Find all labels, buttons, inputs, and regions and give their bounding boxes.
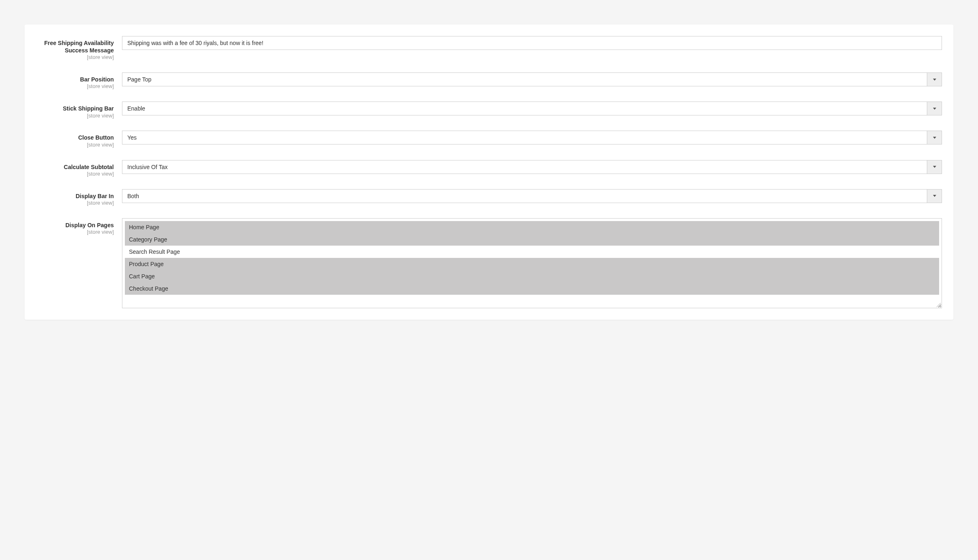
label-col: Close Button [store view]	[36, 131, 122, 148]
dropdown-toggle[interactable]	[927, 190, 942, 203]
field-close-button: Close Button [store view] Yes	[36, 131, 942, 148]
scope-hint: [store view]	[36, 200, 114, 207]
close-button-select[interactable]: Yes	[122, 131, 942, 145]
multiselect-option[interactable]: Cart Page	[125, 270, 939, 282]
label-col: Calculate Subtotal [store view]	[36, 160, 122, 178]
control-col	[122, 36, 942, 50]
display-bar-in-select[interactable]: Both	[122, 189, 942, 203]
svg-line-1	[938, 305, 941, 307]
display-on-pages-multiselect[interactable]: Home PageCategory PageSearch Result Page…	[122, 218, 942, 308]
multiselect-option[interactable]: Search Result Page	[125, 246, 939, 258]
select-value: Both	[122, 190, 927, 203]
scope-hint: [store view]	[36, 171, 114, 178]
dropdown-toggle[interactable]	[927, 102, 942, 115]
control-col: Both	[122, 189, 942, 203]
caret-down-icon	[933, 195, 936, 197]
label-col: Stick Shipping Bar [store view]	[36, 102, 122, 119]
label-stick-bar: Stick Shipping Bar	[36, 105, 114, 112]
svg-line-2	[940, 306, 941, 307]
field-success-message: Free Shipping Availability Success Messa…	[36, 36, 942, 61]
label-calc-subtotal: Calculate Subtotal	[36, 163, 114, 171]
resize-handle-icon	[937, 303, 941, 307]
label-success-message: Free Shipping Availability Success Messa…	[36, 39, 114, 54]
select-value: Inclusive Of Tax	[122, 160, 927, 174]
label-close-button: Close Button	[36, 134, 114, 141]
stick-bar-select[interactable]: Enable	[122, 102, 942, 115]
field-calc-subtotal: Calculate Subtotal [store view] Inclusiv…	[36, 160, 942, 178]
label-col: Free Shipping Availability Success Messa…	[36, 36, 122, 61]
multiselect-option[interactable]: Checkout Page	[125, 282, 939, 295]
label-display-bar-in: Display Bar In	[36, 192, 114, 200]
control-col: Page Top	[122, 72, 942, 86]
label-col: Bar Position [store view]	[36, 72, 122, 90]
scope-hint: [store view]	[36, 142, 114, 149]
multiselect-option[interactable]: Home Page	[125, 221, 939, 233]
field-display-on-pages: Display On Pages [store view] Home PageC…	[36, 218, 942, 308]
scope-hint: [store view]	[36, 113, 114, 120]
caret-down-icon	[933, 166, 936, 168]
control-col: Yes	[122, 131, 942, 145]
caret-down-icon	[933, 79, 936, 81]
control-col: Enable	[122, 102, 942, 115]
scope-hint: [store view]	[36, 83, 114, 90]
select-value: Yes	[122, 131, 927, 144]
label-display-on-pages: Display On Pages	[36, 221, 114, 229]
success-message-input[interactable]	[122, 36, 942, 50]
control-col: Home PageCategory PageSearch Result Page…	[122, 218, 942, 308]
dropdown-toggle[interactable]	[927, 131, 942, 144]
field-display-bar-in: Display Bar In [store view] Both	[36, 189, 942, 207]
field-bar-position: Bar Position [store view] Page Top	[36, 72, 942, 90]
config-panel: Free Shipping Availability Success Messa…	[25, 25, 953, 320]
control-col: Inclusive Of Tax	[122, 160, 942, 174]
select-value: Page Top	[122, 73, 927, 86]
calc-subtotal-select[interactable]: Inclusive Of Tax	[122, 160, 942, 174]
bar-position-select[interactable]: Page Top	[122, 72, 942, 86]
caret-down-icon	[933, 108, 936, 110]
scope-hint: [store view]	[36, 229, 114, 236]
multiselect-option[interactable]: Product Page	[125, 258, 939, 270]
multiselect-option[interactable]: Category Page	[125, 233, 939, 246]
select-value: Enable	[122, 102, 927, 115]
caret-down-icon	[933, 137, 936, 139]
field-stick-bar: Stick Shipping Bar [store view] Enable	[36, 102, 942, 119]
dropdown-toggle[interactable]	[927, 73, 942, 86]
label-bar-position: Bar Position	[36, 76, 114, 83]
label-col: Display On Pages [store view]	[36, 218, 122, 236]
label-col: Display Bar In [store view]	[36, 189, 122, 207]
dropdown-toggle[interactable]	[927, 160, 942, 174]
svg-line-0	[937, 303, 941, 307]
scope-hint: [store view]	[36, 54, 114, 61]
